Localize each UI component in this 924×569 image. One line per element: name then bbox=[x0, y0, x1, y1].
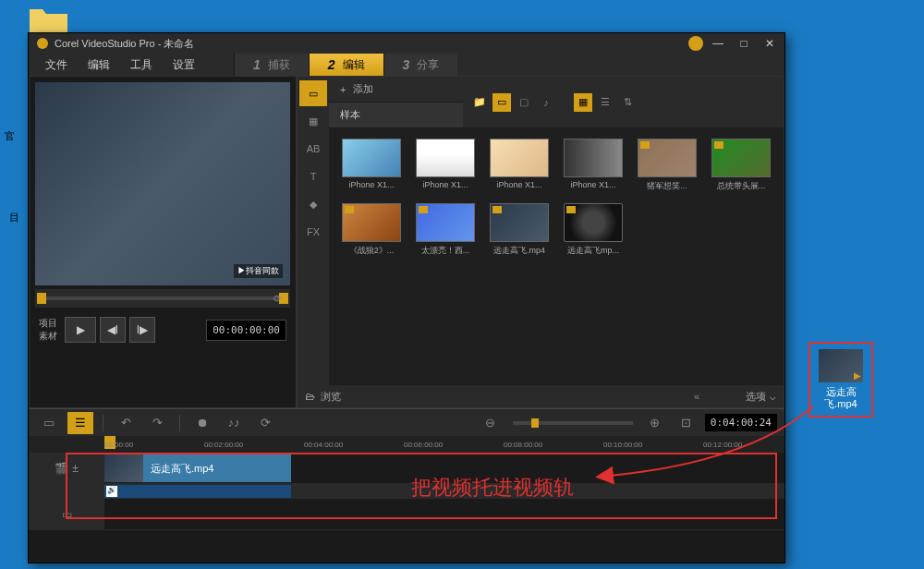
redo-button[interactable]: ↷ bbox=[144, 412, 170, 434]
library-item-thumbnail bbox=[342, 139, 401, 177]
library-browse-button[interactable]: 🗁 浏览 bbox=[305, 390, 341, 404]
view-list-icon[interactable]: ☰ bbox=[596, 93, 614, 112]
lib-tab-media[interactable]: ▭ bbox=[299, 80, 327, 106]
library-item-label: iPhone X1... bbox=[488, 180, 551, 189]
tab-capture[interactable]: 1 捕获 bbox=[234, 54, 309, 76]
menu-file[interactable]: 文件 bbox=[36, 55, 77, 75]
library-item[interactable]: iPhone X1... bbox=[562, 139, 625, 192]
library-options-button[interactable]: 选项 ⌵ bbox=[746, 390, 776, 404]
ruler-tick-label: 00:10:00:00 bbox=[603, 441, 642, 449]
overlay-track-icon: ▭ bbox=[62, 508, 72, 521]
timeline-ruler[interactable]: 00:00:0000:02:00:0000:04:00:0000:06:00:0… bbox=[29, 436, 784, 453]
audio-clip[interactable]: 🔊 bbox=[104, 485, 291, 498]
undo-button[interactable]: ↶ bbox=[113, 412, 139, 434]
zoom-slider[interactable] bbox=[513, 421, 633, 425]
trim-start-handle[interactable] bbox=[37, 293, 46, 304]
library-item[interactable]: iPhone X1... bbox=[414, 139, 477, 192]
filter-video-icon[interactable]: ▭ bbox=[492, 93, 511, 112]
zoom-in-button[interactable]: ⊕ bbox=[642, 412, 668, 434]
batch-convert-button[interactable]: ⟳ bbox=[252, 412, 278, 434]
library-item[interactable]: 《战狼2》... bbox=[340, 203, 403, 257]
sort-icon[interactable]: ⇅ bbox=[618, 93, 637, 112]
collapse-icon[interactable]: « bbox=[694, 391, 699, 402]
library-item-thumbnail bbox=[490, 203, 549, 242]
record-button[interactable]: ⏺ bbox=[189, 412, 215, 434]
zoom-out-button[interactable]: ⊖ bbox=[478, 412, 504, 434]
view-thumbnails-icon[interactable]: ▦ bbox=[574, 93, 592, 112]
filter-audio-icon[interactable]: ♪ bbox=[537, 93, 555, 112]
ruler-tick-label: 00:00:00 bbox=[104, 441, 133, 449]
lib-tab-transitions[interactable]: ▦ bbox=[299, 108, 327, 134]
library-item-thumbnail bbox=[490, 139, 549, 177]
clip-thumbnail bbox=[104, 454, 143, 482]
window-title: Corel VideoStudio Pro - 未命名 bbox=[55, 37, 688, 51]
timeline-view-button[interactable]: ☰ bbox=[67, 412, 93, 434]
library-sample-folder[interactable]: 样本 bbox=[329, 103, 463, 127]
library-item-thumbnail bbox=[416, 203, 475, 242]
plus-icon: + bbox=[340, 84, 346, 95]
library-item-label: 远走高飞mp... bbox=[562, 245, 625, 257]
ruler-tick-label: 00:04:00:00 bbox=[304, 441, 343, 449]
prev-frame-button[interactable]: ◀I bbox=[100, 317, 126, 343]
library-item-label: iPhone X1... bbox=[340, 180, 403, 189]
app-icon bbox=[36, 37, 49, 50]
close-button[interactable]: ✕ bbox=[762, 36, 777, 51]
video-track[interactable]: 🎬 ± 远走高飞.mp4 bbox=[29, 453, 784, 484]
overlay-track[interactable]: ▭ bbox=[29, 499, 784, 530]
lib-tab-graphics[interactable]: ◆ bbox=[299, 191, 327, 217]
chevron-down-icon: ⌵ bbox=[770, 391, 776, 403]
playback-controls: 项目 素材 ▶ ◀I I▶ 00:00:00:00 bbox=[35, 313, 290, 346]
library-category-tabs: ▭ ▦ AB T ◆ FX bbox=[298, 77, 329, 385]
minimize-button[interactable]: — bbox=[711, 36, 725, 51]
loop-icon[interactable]: ⟳ bbox=[274, 293, 286, 306]
library-item[interactable]: 总统带头展... bbox=[710, 139, 772, 192]
storyboard-view-button[interactable]: ▭ bbox=[36, 412, 62, 434]
library-items-grid: iPhone X1...iPhone X1...iPhone X1...iPho… bbox=[329, 127, 784, 385]
play-button[interactable]: ▶ bbox=[65, 317, 96, 343]
menu-tools[interactable]: 工具 bbox=[121, 55, 162, 75]
library-panel: ▭ ▦ AB T ◆ FX + 添加 样本 bbox=[297, 76, 784, 408]
desktop-video-file[interactable]: 远走高飞.mp4 bbox=[808, 342, 873, 418]
file-thumbnail bbox=[819, 349, 863, 382]
library-item-label: 远走高飞.mp4 bbox=[488, 245, 551, 257]
library-item-thumbnail bbox=[342, 203, 401, 242]
preview-panel: ▶抖音同款 ⟳ 项目 素材 ▶ ◀I I▶ 00:00:00:00 bbox=[29, 76, 297, 408]
preview-viewport[interactable]: ▶抖音同款 bbox=[35, 82, 290, 285]
clip-label: 远走高飞.mp4 bbox=[143, 454, 291, 482]
next-frame-button[interactable]: I▶ bbox=[129, 317, 155, 343]
tab-share[interactable]: 3 分享 bbox=[383, 54, 458, 76]
track-options-icon[interactable]: ± bbox=[72, 462, 79, 475]
timeline-tracks: 🎬 ± 远走高飞.mp4 🔊 ▭ bbox=[29, 453, 784, 530]
timeline-timecode[interactable]: 0:04:00:24 bbox=[705, 414, 777, 431]
ruler-tick-label: 00:08:00:00 bbox=[504, 441, 542, 449]
menu-settings[interactable]: 设置 bbox=[164, 55, 204, 75]
library-item[interactable]: 远走高飞.mp4 bbox=[488, 203, 551, 257]
tab-edit[interactable]: 2 编辑 bbox=[309, 54, 383, 76]
fit-timeline-button[interactable]: ⊡ bbox=[674, 412, 699, 434]
video-clip[interactable]: 远走高飞.mp4 bbox=[104, 454, 291, 482]
menu-edit[interactable]: 编辑 bbox=[79, 55, 119, 75]
audio-mixer-button[interactable]: ♪♪ bbox=[221, 412, 247, 434]
folder-icon[interactable]: 📁 bbox=[470, 93, 489, 112]
desktop-label-2: 目 bbox=[9, 211, 19, 224]
preview-timecode[interactable]: 00:00:00:00 bbox=[206, 320, 286, 341]
lib-tab-text[interactable]: T bbox=[299, 163, 327, 189]
library-add-button[interactable]: + 添加 bbox=[329, 77, 463, 103]
lib-tab-titles[interactable]: AB bbox=[299, 136, 327, 162]
preview-scrubber[interactable]: ⟳ bbox=[35, 289, 290, 308]
timeline-toolbar: ▭ ☰ ↶ ↷ ⏺ ♪♪ ⟳ ⊖ ⊕ ⊡ 0:04:00:24 bbox=[29, 408, 784, 436]
filter-photo-icon[interactable]: ▢ bbox=[515, 93, 533, 112]
library-item[interactable]: 太漂亮！西... bbox=[414, 203, 477, 257]
library-item[interactable]: iPhone X1... bbox=[340, 139, 403, 192]
mode-clip-label[interactable]: 素材 bbox=[39, 330, 57, 343]
lib-tab-filters[interactable]: FX bbox=[299, 219, 327, 245]
library-item[interactable]: 猪军想笑... bbox=[636, 139, 699, 192]
library-item[interactable]: iPhone X1... bbox=[488, 139, 551, 192]
library-item-thumbnail bbox=[416, 139, 475, 177]
library-item[interactable]: 远走高飞mp... bbox=[562, 203, 625, 257]
library-item-label: iPhone X1... bbox=[562, 180, 625, 189]
mode-project-label[interactable]: 项目 bbox=[39, 317, 57, 330]
maximize-button[interactable]: □ bbox=[736, 36, 751, 51]
audio-track[interactable]: 🔊 bbox=[29, 484, 784, 499]
library-item-label: 太漂亮！西... bbox=[414, 245, 477, 257]
